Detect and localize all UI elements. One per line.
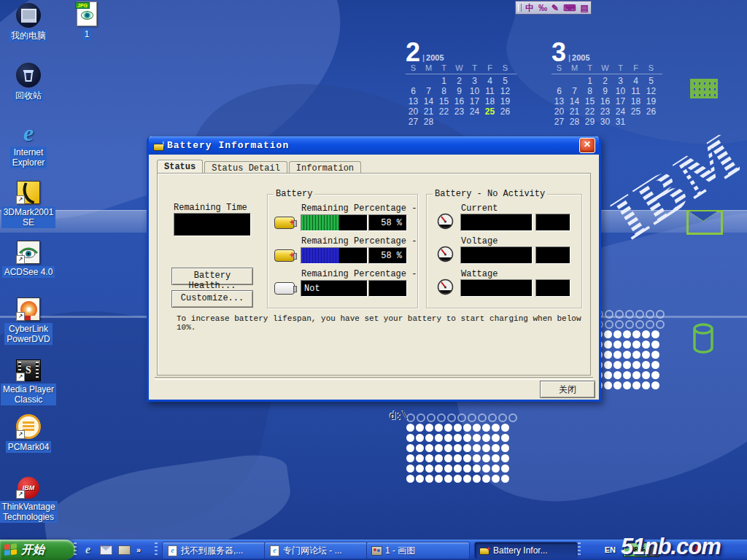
taskbar-button-4[interactable]: Battery Infor...	[474, 542, 578, 559]
ime-icon[interactable]: 中	[525, 3, 534, 13]
battery-empty-icon	[274, 282, 295, 295]
voltage-label: Voltage	[461, 236, 498, 246]
ime-icon[interactable]: ‰	[538, 3, 547, 13]
calendar-day: 7	[421, 86, 436, 96]
calendar-day: 10	[467, 86, 482, 96]
desktop-icon-label[interactable]: CyberLink PowerDVD	[4, 323, 52, 345]
start-button[interactable]: 开始	[0, 540, 75, 560]
calendar-day: 22	[582, 106, 597, 117]
battery-group-title: Battery	[274, 189, 314, 199]
jpg-file-icon[interactable]: JPG	[77, 1, 97, 26]
calendar-day: 29	[582, 117, 597, 127]
quick-launch-overflow-chevron[interactable]: »	[136, 545, 141, 554]
no-activity-group: Battery - No Activity CurrentVoltageWatt…	[426, 194, 582, 308]
calendar-day: 23	[597, 106, 613, 117]
calendar-weekday: S	[498, 63, 513, 73]
window-title: Battery Information	[167, 140, 579, 151]
calendar-weekday: T	[436, 63, 452, 73]
desktop-icon-label[interactable]: PCMark04	[6, 441, 52, 453]
ime-grip-handle[interactable]	[518, 4, 522, 12]
shortcut-arrow-icon: ↗	[16, 195, 25, 204]
start-label: 开始	[21, 542, 44, 558]
calendar-day: 11	[482, 86, 498, 96]
taskbar-button-label: 专门网论坛 - ...	[283, 545, 342, 557]
calendar-day: 19	[643, 96, 659, 106]
desktop-icon-label[interactable]: ThinkVantage Technologies	[0, 501, 58, 523]
calendar-day: 16	[452, 96, 467, 106]
calendar-day: 30	[597, 117, 613, 127]
desktop-icon-thinkvantage-technologies[interactable]: IBM↗ThinkVantage Technologies	[0, 472, 60, 523]
calendar-day	[628, 117, 643, 127]
ime-icon[interactable]: ⌨	[563, 3, 576, 13]
desktop-icon-media-player-classic[interactable]: S↗Media Player Classic	[0, 355, 60, 405]
calendar-day: 3	[613, 76, 628, 86]
calendar-day: 23	[452, 106, 467, 117]
desktop-icon-cyberlink-powerdvd[interactable]: ↗CyberLink PowerDVD	[0, 295, 60, 345]
calendar-day	[467, 117, 482, 127]
taskbar-button-1[interactable]: e找不到服务器,...	[162, 542, 266, 559]
calendar-day: 17	[467, 96, 482, 106]
ime-icon[interactable]: ✎	[551, 3, 559, 13]
paint-icon	[371, 545, 382, 556]
desktop-icon-label[interactable]: ACDSee 4.0	[2, 266, 55, 278]
window-titlebar[interactable]: ! Battery Information ✕	[149, 136, 599, 155]
language-indicator[interactable]: EN	[605, 545, 616, 554]
desktop-icon-label[interactable]: 回收站	[13, 90, 44, 101]
taskbar-button-3[interactable]: 1 - 画图	[366, 542, 470, 559]
calendar-weekday: S	[643, 63, 659, 73]
desktop-icon-label[interactable]: Internet Explorer	[10, 147, 47, 168]
calendar-day: 12	[643, 86, 659, 96]
battery-health-button[interactable]: Battery Health...	[171, 268, 253, 285]
taskbar-button-2[interactable]: e专门网论坛 - ...	[264, 542, 368, 559]
calendar-day: 5	[498, 76, 513, 86]
shortcut-arrow-icon: ↗	[16, 430, 25, 439]
internet-explorer-icon[interactable]: e	[23, 121, 34, 144]
shortcut-arrow-icon: ↗	[16, 490, 25, 499]
desktop-icon-label[interactable]: Media Player Classic	[1, 384, 56, 405]
no-activity-group-title: Battery - No Activity	[433, 189, 547, 199]
calendar-day: 14	[567, 96, 582, 106]
voltage-value-display	[460, 246, 533, 264]
close-icon[interactable]: ✕	[579, 138, 595, 153]
desktop-icon-recycle-bin[interactable]: 回收站	[0, 61, 60, 101]
ie-doc-icon: e	[166, 545, 178, 556]
taskbar-separator[interactable]	[578, 542, 581, 557]
desktop-icon-internet-explorer[interactable]: eInternet Explorer	[0, 118, 60, 168]
taskbar-separator[interactable]	[74, 542, 77, 557]
ime-icon[interactable]: ▤	[580, 3, 588, 13]
taskbar-separator[interactable]	[155, 542, 158, 557]
close-button[interactable]: 关闭	[540, 381, 595, 398]
calendar-day: 3	[467, 76, 482, 86]
ime-language-bar[interactable]: 中‰✎⌨▤	[515, 1, 592, 15]
customize-button[interactable]: Customize...	[171, 290, 253, 308]
calendar-month: 2	[406, 42, 420, 63]
desktop-icon-label[interactable]: 3DMark2001 SE	[1, 206, 56, 228]
battery-charging-icon: +	[274, 217, 295, 229]
quick-launch-show-desktop-icon[interactable]	[118, 544, 131, 556]
quick-launch-mail-icon[interactable]	[100, 544, 112, 556]
calendar-day: 4	[628, 76, 643, 86]
desktop-icon-3dmark2001-se[interactable]: ↗3DMark2001 SE	[0, 178, 60, 228]
recycle-bin-icon[interactable]	[16, 63, 41, 88]
wallpaper-envelope-icon	[686, 210, 723, 235]
calendar-day: 4	[482, 76, 498, 86]
calendar-day: 22	[436, 106, 452, 117]
desktop-icon-jpg-file-1[interactable]: JPG1	[55, 0, 118, 40]
calendar-day: 31	[613, 117, 628, 127]
calendar-day: 24	[613, 106, 628, 117]
calendar-day	[406, 76, 421, 86]
quick-launch-ie-icon[interactable]: e	[82, 544, 94, 556]
calendar-weekday: T	[613, 63, 628, 73]
battery-icon	[479, 545, 490, 556]
battery-percentage-bar	[301, 214, 368, 231]
remaining-percentage-label: Remaining Percentage -	[301, 236, 417, 246]
my-computer-icon[interactable]	[16, 3, 41, 28]
desktop-icon-label[interactable]: 我的电脑	[9, 30, 48, 42]
calendar-weekday: S	[406, 63, 421, 73]
desktop-icon-acdsee-40[interactable]: ↗ACDSee 4.0	[0, 238, 60, 278]
desktop-icon-pcmark04[interactable]: ↗PCMark04	[0, 413, 60, 453]
desktop-icon-my-computer[interactable]: 我的电脑	[0, 1, 60, 42]
desktop-icon-label[interactable]: 1	[82, 28, 92, 40]
wattage-value-display	[460, 279, 533, 297]
battery-percentage-bar	[301, 247, 368, 264]
